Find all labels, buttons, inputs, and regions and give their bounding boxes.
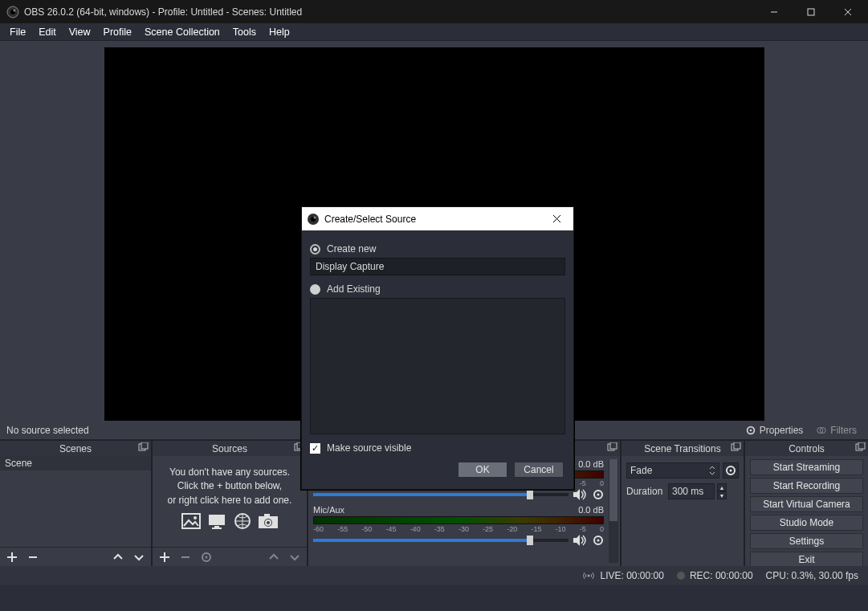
remove-scene-button[interactable] [26,550,40,564]
ok-button[interactable]: OK [458,462,507,478]
mute-button[interactable] [573,535,588,546]
svg-point-47 [588,575,590,577]
svg-rect-4 [808,9,814,15]
sources-title: Sources [212,443,247,454]
source-properties-button[interactable] [199,550,214,564]
create-source-dialog: Create/Select Source Create new Display … [301,206,574,490]
cancel-button[interactable]: Cancel [514,462,564,478]
scene-item[interactable]: Scene [0,456,151,470]
scenes-dock: Scenes Scene [0,441,151,566]
record-dot-icon [677,572,685,580]
menu-edit[interactable]: Edit [32,25,63,39]
svg-rect-42 [734,442,740,449]
dialog-titlebar: Create/Select Source [302,207,573,230]
start-virtual-camera-button[interactable]: Start Virtual Camera [750,496,863,512]
broadcast-icon [582,571,595,580]
duration-input[interactable]: 300 ms [668,483,715,499]
duration-spinner[interactable]: ▲ ▼ [717,483,727,499]
titlebar: OBS 26.0.2 (64-bit, windows) - Profile: … [0,0,868,23]
existing-sources-list[interactable] [310,298,565,434]
duration-label: Duration [626,486,665,497]
rec-label: REC: 00:00:00 [690,570,753,581]
menu-scene-collection[interactable]: Scene Collection [138,25,226,39]
svg-point-40 [597,540,600,542]
transitions-title: Scene Transitions [644,443,720,454]
menu-profile[interactable]: Profile [97,25,138,39]
obs-logo-icon [6,6,19,18]
gear-icon [745,425,756,436]
dialog-close-button[interactable] [544,207,568,230]
popout-icon[interactable] [137,442,149,454]
monitor-icon [206,512,227,530]
menu-help[interactable]: Help [263,25,296,39]
start-recording-button[interactable]: Start Recording [750,478,863,494]
filters-button[interactable]: Filters [811,423,862,438]
svg-point-32 [206,556,208,558]
start-streaming-button[interactable]: Start Streaming [750,459,863,475]
chevron-down-icon[interactable]: ▼ [717,491,727,499]
track-settings-button[interactable] [593,489,604,500]
add-scene-button[interactable] [5,550,19,564]
popout-icon[interactable] [854,442,866,454]
add-existing-label: Add Existing [327,283,381,295]
remove-source-button[interactable] [178,550,193,564]
transition-settings-button[interactable] [723,462,739,479]
create-new-radio[interactable]: Create new [310,243,565,255]
svg-rect-22 [212,527,222,529]
svg-rect-20 [209,515,225,525]
scene-list[interactable]: Scene [0,456,151,470]
chevron-up-icon[interactable]: ▲ [717,483,727,491]
svg-rect-18 [182,514,200,528]
sources-empty-state[interactable]: You don't have any sources. Click the + … [153,456,307,533]
minimize-button[interactable] [756,0,793,23]
volume-slider[interactable] [313,539,568,542]
sources-empty-line2: Click the + button below, [161,479,299,493]
scenes-title: Scenes [59,443,92,454]
move-scene-up-button[interactable] [111,550,125,564]
volume-slider[interactable] [313,493,568,496]
source-selection-label: No source selected [6,425,89,436]
move-source-up-button[interactable] [267,550,281,564]
track-settings-button[interactable] [593,535,604,546]
menu-view[interactable]: View [63,25,97,39]
mixer-scrollbar[interactable] [609,459,618,563]
obs-logo-icon [307,213,320,226]
sources-empty-line1: You don't have any sources. [161,466,299,479]
controls-header: Controls [745,441,868,456]
image-icon [181,512,202,530]
settings-button[interactable]: Settings [750,533,863,549]
radio-icon [310,244,320,255]
make-visible-checkbox[interactable]: ✓ Make source visible [310,442,565,454]
popout-icon[interactable] [606,442,617,454]
move-scene-down-button[interactable] [132,550,146,564]
svg-marker-38 [573,535,580,546]
menu-file[interactable]: File [3,25,32,39]
filter-icon [816,425,827,436]
controls-dock: Controls Start Streaming Start Recording… [745,441,868,566]
move-source-down-button[interactable] [287,550,302,564]
svg-point-19 [194,516,197,519]
statusbar: LIVE: 00:00:00 REC: 00:00:00 CPU: 0.3%, … [0,566,868,585]
svg-marker-35 [573,489,580,500]
exit-button[interactable]: Exit [750,552,863,566]
properties-button[interactable]: Properties [740,423,809,438]
mute-button[interactable] [573,489,588,500]
maximize-button[interactable] [793,0,829,23]
source-name-value: Display Capture [316,261,384,272]
volume-meter [313,516,604,524]
track-level: 0.0 dB [578,505,604,515]
status-rec: REC: 00:00:00 [677,570,753,581]
scenes-toolbar [0,547,151,566]
live-label: LIVE: 00:00:00 [600,570,663,581]
studio-mode-button[interactable]: Studio Mode [750,515,863,531]
close-button[interactable] [829,0,866,23]
menu-tools[interactable]: Tools [226,25,263,39]
add-source-button[interactable] [157,550,172,564]
svg-point-37 [597,494,600,496]
transition-select[interactable]: Fade [626,462,719,479]
camera-icon [258,512,279,530]
filters-label: Filters [830,425,857,436]
source-name-input[interactable]: Display Capture [310,258,565,275]
add-existing-radio[interactable]: Add Existing [310,283,565,295]
popout-icon[interactable] [730,442,741,454]
